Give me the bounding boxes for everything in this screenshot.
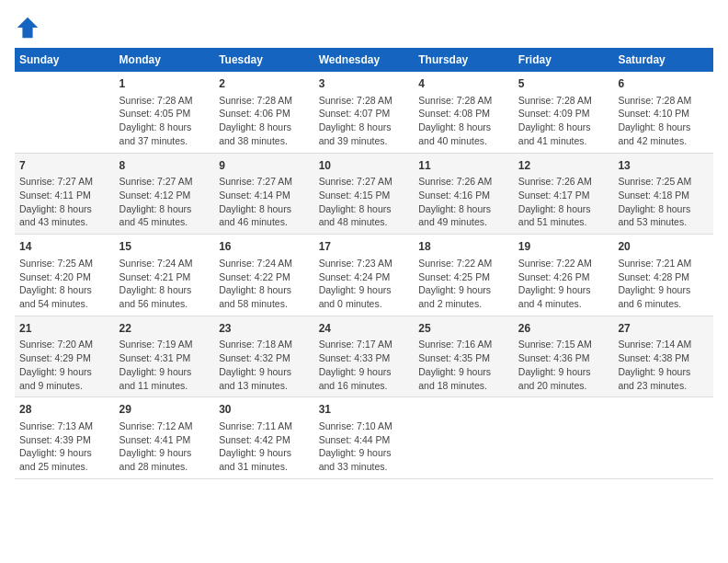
calendar-cell <box>514 397 614 479</box>
calendar-cell: 20Sunrise: 7:21 AM Sunset: 4:28 PM Dayli… <box>613 235 713 316</box>
calendar-week-row: 14Sunrise: 7:25 AM Sunset: 4:20 PM Dayli… <box>15 235 713 316</box>
day-info: Sunrise: 7:27 AM Sunset: 4:14 PM Dayligh… <box>219 175 310 229</box>
calendar-cell: 9Sunrise: 7:27 AM Sunset: 4:14 PM Daylig… <box>214 153 314 235</box>
day-number: 12 <box>518 158 609 174</box>
weekday-header-friday: Friday <box>514 48 614 72</box>
day-number: 27 <box>618 321 709 337</box>
page-header <box>15 15 713 40</box>
day-info: Sunrise: 7:26 AM Sunset: 4:17 PM Dayligh… <box>518 175 609 229</box>
calendar-cell: 16Sunrise: 7:24 AM Sunset: 4:22 PM Dayli… <box>214 235 314 316</box>
day-info: Sunrise: 7:10 AM Sunset: 4:44 PM Dayligh… <box>319 419 410 474</box>
calendar-cell: 6Sunrise: 7:28 AM Sunset: 4:10 PM Daylig… <box>613 72 713 153</box>
calendar-cell: 1Sunrise: 7:28 AM Sunset: 4:05 PM Daylig… <box>115 72 215 153</box>
weekday-header-saturday: Saturday <box>613 48 713 72</box>
day-info: Sunrise: 7:28 AM Sunset: 4:08 PM Dayligh… <box>418 94 509 148</box>
day-info: Sunrise: 7:28 AM Sunset: 4:05 PM Dayligh… <box>119 94 210 148</box>
day-info: Sunrise: 7:28 AM Sunset: 4:10 PM Dayligh… <box>618 94 709 148</box>
day-number: 28 <box>19 402 110 418</box>
calendar-cell: 31Sunrise: 7:10 AM Sunset: 4:44 PM Dayli… <box>314 397 415 479</box>
day-info: Sunrise: 7:22 AM Sunset: 4:26 PM Dayligh… <box>518 257 609 311</box>
day-number: 22 <box>119 321 210 337</box>
day-info: Sunrise: 7:14 AM Sunset: 4:38 PM Dayligh… <box>618 338 709 392</box>
calendar-cell: 22Sunrise: 7:19 AM Sunset: 4:31 PM Dayli… <box>115 316 215 397</box>
day-info: Sunrise: 7:18 AM Sunset: 4:32 PM Dayligh… <box>219 338 310 392</box>
day-info: Sunrise: 7:23 AM Sunset: 4:24 PM Dayligh… <box>319 257 410 311</box>
day-info: Sunrise: 7:13 AM Sunset: 4:39 PM Dayligh… <box>19 419 110 474</box>
weekday-header-wednesday: Wednesday <box>314 48 415 72</box>
calendar-cell: 25Sunrise: 7:16 AM Sunset: 4:35 PM Dayli… <box>414 316 514 397</box>
calendar-week-row: 28Sunrise: 7:13 AM Sunset: 4:39 PM Dayli… <box>15 397 713 479</box>
calendar-cell: 11Sunrise: 7:26 AM Sunset: 4:16 PM Dayli… <box>414 153 514 235</box>
day-number: 5 <box>518 76 609 92</box>
calendar-cell: 27Sunrise: 7:14 AM Sunset: 4:38 PM Dayli… <box>613 316 713 397</box>
day-number: 15 <box>119 239 210 255</box>
day-number: 3 <box>319 76 410 92</box>
calendar-cell: 18Sunrise: 7:22 AM Sunset: 4:25 PM Dayli… <box>414 235 514 316</box>
calendar-week-row: 1Sunrise: 7:28 AM Sunset: 4:05 PM Daylig… <box>15 72 713 153</box>
day-number: 7 <box>19 158 110 174</box>
day-number: 11 <box>418 158 509 174</box>
calendar-cell: 30Sunrise: 7:11 AM Sunset: 4:42 PM Dayli… <box>214 397 314 479</box>
weekday-header-thursday: Thursday <box>414 48 514 72</box>
calendar-cell: 5Sunrise: 7:28 AM Sunset: 4:09 PM Daylig… <box>514 72 614 153</box>
calendar-cell <box>613 397 713 479</box>
day-number: 20 <box>618 239 709 255</box>
day-info: Sunrise: 7:24 AM Sunset: 4:21 PM Dayligh… <box>119 257 210 311</box>
calendar-cell: 19Sunrise: 7:22 AM Sunset: 4:26 PM Dayli… <box>514 235 614 316</box>
day-info: Sunrise: 7:28 AM Sunset: 4:07 PM Dayligh… <box>319 94 410 148</box>
day-info: Sunrise: 7:21 AM Sunset: 4:28 PM Dayligh… <box>618 257 709 311</box>
day-number: 17 <box>319 239 410 255</box>
day-number: 8 <box>119 158 210 174</box>
calendar-cell: 26Sunrise: 7:15 AM Sunset: 4:36 PM Dayli… <box>514 316 614 397</box>
day-number: 29 <box>119 402 210 418</box>
day-number: 1 <box>119 76 210 92</box>
logo-icon <box>15 15 40 40</box>
day-info: Sunrise: 7:20 AM Sunset: 4:29 PM Dayligh… <box>19 338 110 392</box>
calendar-cell: 3Sunrise: 7:28 AM Sunset: 4:07 PM Daylig… <box>314 72 415 153</box>
calendar-cell: 12Sunrise: 7:26 AM Sunset: 4:17 PM Dayli… <box>514 153 614 235</box>
day-info: Sunrise: 7:25 AM Sunset: 4:20 PM Dayligh… <box>19 257 110 311</box>
day-number: 30 <box>219 402 310 418</box>
logo <box>15 15 44 40</box>
calendar-cell <box>414 397 514 479</box>
day-info: Sunrise: 7:26 AM Sunset: 4:16 PM Dayligh… <box>418 175 509 229</box>
calendar-week-row: 21Sunrise: 7:20 AM Sunset: 4:29 PM Dayli… <box>15 316 713 397</box>
calendar-cell: 24Sunrise: 7:17 AM Sunset: 4:33 PM Dayli… <box>314 316 415 397</box>
calendar-cell: 15Sunrise: 7:24 AM Sunset: 4:21 PM Dayli… <box>115 235 215 316</box>
day-info: Sunrise: 7:24 AM Sunset: 4:22 PM Dayligh… <box>219 257 310 311</box>
calendar-cell: 23Sunrise: 7:18 AM Sunset: 4:32 PM Dayli… <box>214 316 314 397</box>
calendar-cell: 10Sunrise: 7:27 AM Sunset: 4:15 PM Dayli… <box>314 153 415 235</box>
day-number: 23 <box>219 321 310 337</box>
day-number: 26 <box>518 321 609 337</box>
day-number: 6 <box>618 76 709 92</box>
weekday-header-monday: Monday <box>115 48 215 72</box>
day-number: 2 <box>219 76 310 92</box>
day-number: 4 <box>418 76 509 92</box>
day-info: Sunrise: 7:22 AM Sunset: 4:25 PM Dayligh… <box>418 257 509 311</box>
weekday-header-sunday: Sunday <box>15 48 115 72</box>
day-info: Sunrise: 7:28 AM Sunset: 4:09 PM Dayligh… <box>518 94 609 148</box>
weekday-header-row: SundayMondayTuesdayWednesdayThursdayFrid… <box>15 48 713 72</box>
calendar-week-row: 7Sunrise: 7:27 AM Sunset: 4:11 PM Daylig… <box>15 153 713 235</box>
day-number: 10 <box>319 158 410 174</box>
day-info: Sunrise: 7:27 AM Sunset: 4:11 PM Dayligh… <box>19 175 110 229</box>
day-number: 16 <box>219 239 310 255</box>
calendar-cell: 13Sunrise: 7:25 AM Sunset: 4:18 PM Dayli… <box>613 153 713 235</box>
day-number: 9 <box>219 158 310 174</box>
day-number: 31 <box>319 402 410 418</box>
day-number: 24 <box>319 321 410 337</box>
calendar-cell: 17Sunrise: 7:23 AM Sunset: 4:24 PM Dayli… <box>314 235 415 316</box>
calendar-cell: 29Sunrise: 7:12 AM Sunset: 4:41 PM Dayli… <box>115 397 215 479</box>
day-info: Sunrise: 7:27 AM Sunset: 4:15 PM Dayligh… <box>319 175 410 229</box>
day-info: Sunrise: 7:15 AM Sunset: 4:36 PM Dayligh… <box>518 338 609 392</box>
day-number: 19 <box>518 239 609 255</box>
calendar-cell: 4Sunrise: 7:28 AM Sunset: 4:08 PM Daylig… <box>414 72 514 153</box>
day-number: 18 <box>418 239 509 255</box>
day-number: 21 <box>19 321 110 337</box>
calendar-cell: 8Sunrise: 7:27 AM Sunset: 4:12 PM Daylig… <box>115 153 215 235</box>
day-info: Sunrise: 7:16 AM Sunset: 4:35 PM Dayligh… <box>418 338 509 392</box>
day-info: Sunrise: 7:27 AM Sunset: 4:12 PM Dayligh… <box>119 175 210 229</box>
calendar-cell: 2Sunrise: 7:28 AM Sunset: 4:06 PM Daylig… <box>214 72 314 153</box>
day-info: Sunrise: 7:19 AM Sunset: 4:31 PM Dayligh… <box>119 338 210 392</box>
svg-marker-0 <box>17 17 38 38</box>
